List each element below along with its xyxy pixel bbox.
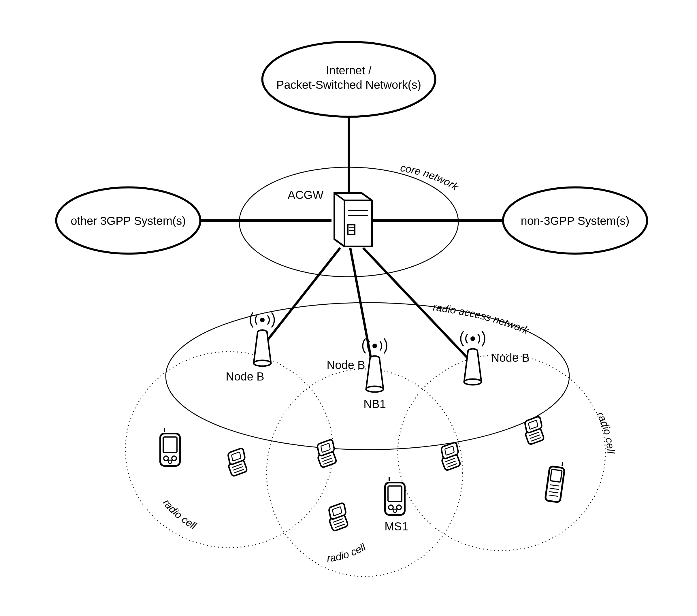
svg-line-24 — [265, 248, 340, 343]
tower-icon — [254, 330, 271, 366]
core-network-label: core network — [400, 162, 461, 193]
flipphone-icon — [325, 502, 352, 531]
radio-cell-label-mid: radio cell — [326, 541, 368, 564]
internet-cloud: Internet / Packet-Switched Network(s) — [262, 42, 435, 117]
node-b-label-right: Node B — [491, 351, 529, 364]
node-b-left: Node B — [226, 312, 274, 383]
radio-cell-label-right: radio cell — [594, 410, 617, 454]
node-b-right: Node B — [461, 331, 529, 385]
acgw-server-icon — [335, 193, 372, 247]
svg-text:radio cell: radio cell — [594, 410, 617, 454]
svg-text:radio cell: radio cell — [161, 497, 198, 531]
antenna-icon — [362, 338, 387, 353]
barphone-icon — [545, 460, 566, 502]
svg-line-25 — [350, 248, 372, 363]
flipphone-icon — [521, 416, 548, 445]
radio-cell-label-left: radio cell — [161, 497, 198, 531]
nb1-label: NB1 — [364, 397, 386, 410]
node-b-label-left: Node B — [226, 370, 264, 383]
radio-cells — [125, 352, 605, 576]
pda-icon — [160, 428, 180, 466]
svg-text:radio cell: radio cell — [326, 541, 368, 564]
non-3gpp-cloud: non-3GPP System(s) — [503, 187, 647, 254]
svg-text:core network: core network — [400, 162, 461, 193]
node-b-middle: Node B NB1 — [327, 338, 387, 410]
antenna-icon — [250, 312, 274, 327]
internet-label-line2: Packet-Switched Network(s) — [277, 78, 421, 91]
flipphone-icon — [224, 448, 251, 476]
radio-cell-right — [398, 354, 605, 551]
network-diagram: Internet / Packet-Switched Network(s) ot… — [0, 0, 697, 616]
tower-icon — [366, 356, 383, 392]
flipphone-icon — [438, 442, 464, 471]
flipphone-icon — [314, 439, 340, 468]
other-3gpp-label: other 3GPP System(s) — [71, 215, 186, 227]
ms1-label: MS1 — [385, 520, 408, 533]
other-3gpp-cloud: other 3GPP System(s) — [56, 187, 201, 254]
internet-label-line1: Internet / — [326, 64, 372, 77]
devices: MS1 — [160, 416, 566, 533]
node-b-label-middle: Node B — [327, 358, 365, 371]
antenna-icon — [461, 331, 485, 346]
tower-icon — [464, 349, 481, 385]
non-3gpp-label: non-3GPP System(s) — [521, 215, 629, 227]
acgw-label: ACGW — [288, 189, 324, 201]
pda-icon — [385, 478, 405, 515]
